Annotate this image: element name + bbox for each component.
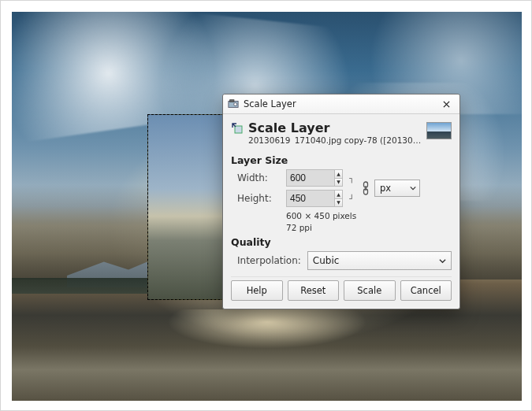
link-bracket-bottom: ┘ (346, 194, 357, 203)
quality-controls: Interpolation: Cubic (237, 251, 452, 270)
height-step-up[interactable]: ▲ (335, 191, 342, 198)
layer-size-controls: Width: ▲ ▼ ┐ (237, 169, 452, 207)
image-canvas[interactable]: Scale Layer Scale Layer 20130619_171040.… (12, 12, 522, 401)
reset-button-label: Reset (300, 285, 326, 296)
reset-button[interactable]: Reset (288, 280, 340, 301)
size-info-dims: 600 × 450 pixels (286, 210, 452, 222)
aspect-lock-toggle[interactable] (360, 181, 371, 195)
svg-rect-1 (230, 100, 234, 102)
app-icon (228, 98, 239, 109)
dialog-heading: Scale Layer (248, 120, 422, 135)
water-decoration (125, 309, 409, 372)
dialog-button-row: Help Reset Scale Cancel (231, 276, 452, 301)
dialog-subtitle: 20130619_171040.jpg copy-78 ([20130701_.… (248, 135, 422, 145)
size-info: 600 × 450 pixels 72 ppi (286, 210, 452, 233)
dialog-title: Scale Layer (244, 98, 431, 109)
scale-icon (231, 122, 244, 135)
width-step-down[interactable]: ▼ (335, 178, 342, 187)
height-input[interactable] (287, 191, 334, 206)
dialog-titlebar[interactable]: Scale Layer (223, 94, 459, 114)
scale-button[interactable]: Scale (344, 280, 396, 301)
app-frame: Scale Layer Scale Layer 20130619_171040.… (0, 0, 532, 411)
interpolation-select[interactable]: Cubic (307, 251, 452, 270)
size-info-ppi: 72 ppi (286, 222, 452, 234)
help-button-label: Help (247, 285, 267, 296)
layer-thumbnail (426, 122, 452, 139)
chevron-down-icon (410, 185, 416, 191)
link-bracket-top: ┐ (346, 174, 357, 183)
width-step-up[interactable]: ▲ (335, 170, 342, 178)
dialog-body: Scale Layer 20130619_171040.jpg copy-78 … (223, 114, 459, 309)
unit-value: px (380, 183, 391, 194)
chain-link-icon (362, 181, 370, 195)
help-button[interactable]: Help (231, 280, 283, 301)
svg-rect-3 (235, 126, 242, 133)
scale-layer-dialog: Scale Layer Scale Layer 20130619_171040.… (222, 94, 460, 309)
height-step-down[interactable]: ▼ (335, 198, 342, 207)
height-label: Height: (237, 193, 283, 204)
height-input-wrap: ▲ ▼ (286, 190, 343, 207)
width-input[interactable] (287, 170, 334, 186)
interpolation-label: Interpolation: (237, 255, 301, 266)
cancel-button-label: Cancel (411, 285, 441, 296)
cancel-button[interactable]: Cancel (400, 280, 452, 301)
chevron-down-icon (439, 257, 446, 265)
close-icon (443, 101, 450, 108)
svg-point-2 (234, 103, 237, 106)
close-button[interactable] (436, 97, 456, 111)
interpolation-value: Cubic (313, 255, 340, 266)
unit-select[interactable]: px (374, 180, 412, 197)
dialog-header: Scale Layer 20130619_171040.jpg copy-78 … (231, 119, 452, 151)
width-label: Width: (237, 172, 283, 183)
scale-button-label: Scale (357, 285, 381, 296)
width-input-wrap: ▲ ▼ (286, 169, 343, 187)
quality-heading: Quality (231, 236, 452, 248)
layer-size-heading: Layer Size (231, 154, 452, 166)
